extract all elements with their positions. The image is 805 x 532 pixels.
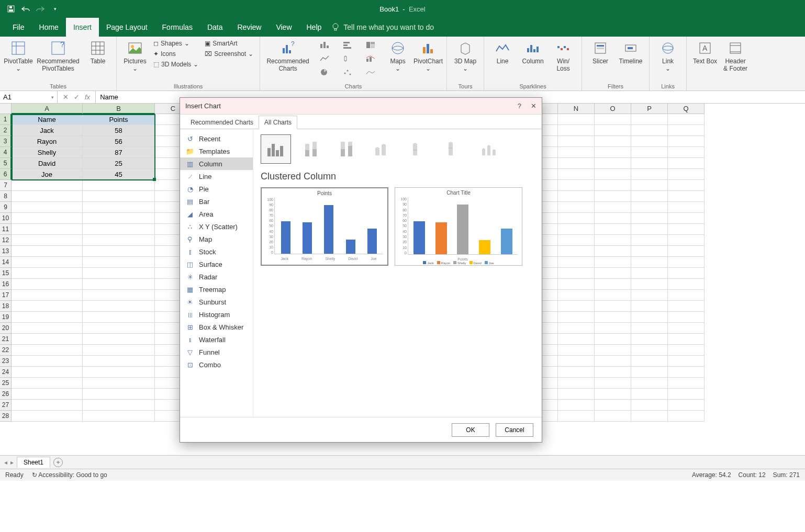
tab-data[interactable]: Data (200, 18, 230, 37)
cell[interactable] (83, 191, 155, 202)
close-icon[interactable]: ✕ (531, 102, 536, 110)
cell[interactable] (83, 367, 155, 378)
cell[interactable] (12, 279, 83, 290)
cell[interactable] (668, 136, 705, 147)
cell[interactable] (558, 312, 595, 323)
subtype-3d-100-stacked[interactable] (439, 134, 469, 164)
cell[interactable] (558, 114, 595, 125)
cancel-button[interactable]: Cancel (496, 423, 533, 437)
subtype-3d-column[interactable] (474, 134, 505, 164)
cell[interactable] (668, 191, 705, 202)
cell[interactable] (83, 268, 155, 279)
cell[interactable] (558, 213, 595, 224)
chart-type-item[interactable]: ⚲Map (180, 233, 253, 245)
tab-formulas[interactable]: Formulas (155, 18, 200, 37)
cell[interactable] (12, 268, 83, 279)
cell[interactable] (668, 235, 705, 246)
cell[interactable] (558, 389, 595, 400)
fx-icon[interactable]: fx (85, 93, 90, 101)
pivotchart-button[interactable]: PivotChart ⌄ (414, 39, 442, 74)
row-header[interactable]: 12 (0, 235, 12, 246)
row-header[interactable]: 28 (0, 411, 12, 422)
cell[interactable] (595, 114, 631, 125)
subtype-3d-stacked-column[interactable] (403, 134, 433, 164)
cell[interactable] (12, 400, 83, 411)
undo-icon[interactable] (21, 4, 30, 14)
cell[interactable]: 25 (83, 158, 155, 169)
cell[interactable]: Joe (12, 169, 83, 180)
chart-stat-button[interactable] (337, 52, 359, 65)
chart-column-button[interactable] (314, 39, 336, 51)
cell[interactable] (668, 125, 705, 136)
cell[interactable] (83, 235, 155, 246)
chart-surface-button[interactable] (360, 66, 382, 78)
cell[interactable] (12, 367, 83, 378)
cell[interactable] (12, 389, 83, 400)
cell[interactable] (631, 400, 668, 411)
cell[interactable] (12, 334, 83, 345)
cell[interactable] (558, 224, 595, 235)
cell[interactable] (558, 378, 595, 389)
cell[interactable] (631, 235, 668, 246)
slicer-button[interactable]: Slicer (586, 39, 614, 66)
3d-models-button[interactable]: ⬚3D Models ⌄ (151, 60, 200, 69)
enter-formula-icon[interactable]: ✓ (74, 93, 80, 101)
pivottable-button[interactable]: PivotTable ⌄ (4, 39, 32, 74)
recommended-charts-button[interactable]: ?Recommended Charts (264, 39, 311, 74)
cell[interactable] (12, 290, 83, 301)
cell[interactable] (631, 257, 668, 268)
chart-type-item[interactable]: ▦Treemap (180, 283, 253, 296)
chart-type-item[interactable]: ⫼Histogram (180, 308, 253, 321)
cell[interactable] (631, 301, 668, 312)
cell[interactable] (12, 356, 83, 367)
cell[interactable] (631, 114, 668, 125)
chart-type-item[interactable]: ▤Bar (180, 195, 253, 208)
cell[interactable] (595, 246, 631, 257)
cell[interactable] (558, 125, 595, 136)
cell[interactable] (668, 246, 705, 257)
cell[interactable]: 56 (83, 136, 155, 147)
cell[interactable] (631, 180, 668, 191)
cell[interactable] (595, 136, 631, 147)
chart-type-item[interactable]: ✳Radar (180, 270, 253, 283)
row-header[interactable]: 23 (0, 356, 12, 367)
column-header[interactable]: P (631, 104, 668, 114)
cell[interactable] (12, 213, 83, 224)
cell[interactable] (631, 411, 668, 422)
screenshot-button[interactable]: ⌧Screenshot ⌄ (203, 49, 255, 59)
cell[interactable] (631, 378, 668, 389)
icons-button[interactable]: ✦Icons (151, 49, 200, 59)
cell[interactable]: Points (83, 114, 155, 125)
link-button[interactable]: Link ⌄ (654, 39, 682, 74)
dialog-tab-recommended[interactable]: Recommended Charts (185, 116, 259, 129)
cell[interactable] (12, 246, 83, 257)
cell[interactable] (668, 279, 705, 290)
chart-type-item[interactable]: ◢Area (180, 208, 253, 220)
column-header[interactable]: B (83, 104, 155, 114)
cell[interactable] (83, 323, 155, 334)
cell[interactable] (631, 268, 668, 279)
cell[interactable]: 58 (83, 125, 155, 136)
subtype-3d-clustered-column[interactable] (367, 134, 398, 164)
cell[interactable] (83, 301, 155, 312)
cancel-formula-icon[interactable]: ✕ (63, 93, 69, 101)
cell[interactable] (631, 290, 668, 301)
cell[interactable]: Name (12, 114, 83, 125)
cell[interactable] (595, 180, 631, 191)
cell[interactable] (631, 169, 668, 180)
cell[interactable] (595, 312, 631, 323)
cell[interactable] (631, 323, 668, 334)
cell[interactable] (668, 411, 705, 422)
row-header[interactable]: 1 (0, 114, 12, 125)
header-footer-button[interactable]: Header & Footer (721, 39, 750, 74)
cell[interactable] (595, 191, 631, 202)
cell[interactable] (631, 389, 668, 400)
cell[interactable] (12, 257, 83, 268)
cell[interactable] (595, 224, 631, 235)
cell[interactable] (558, 301, 595, 312)
select-all-corner[interactable] (0, 104, 12, 114)
sparkline-column-button[interactable]: Column (519, 39, 547, 66)
smartart-button[interactable]: ▣SmartArt (203, 39, 255, 48)
cell[interactable] (668, 114, 705, 125)
row-header[interactable]: 26 (0, 389, 12, 400)
